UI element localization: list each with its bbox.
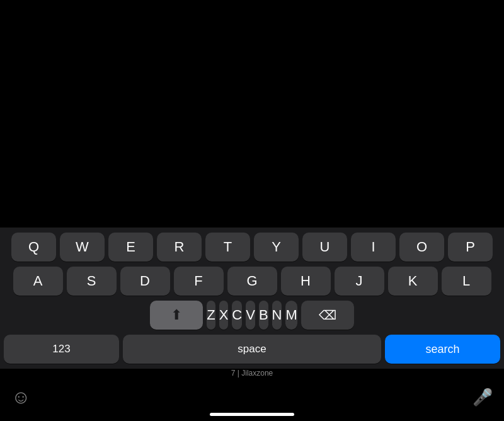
shift-key[interactable]: ⬆ [150,301,203,330]
key-y[interactable]: Y [254,233,299,262]
key-w[interactable]: W [60,233,105,262]
home-indicator [210,413,294,416]
keyboard-bottom-row: 123 space search [2,335,502,364]
microphone-icon[interactable]: 🎤 [472,388,493,407]
key-q[interactable]: Q [11,233,56,262]
key-n[interactable]: N [272,301,282,330]
key-s[interactable]: S [67,267,117,296]
key-p[interactable]: P [448,233,493,262]
key-g[interactable]: G [227,267,277,296]
keyboard-row-1: Q W E R T Y U I O P [2,233,502,262]
keyboard-row-2: A S D F G H J K L [2,267,502,296]
key-b[interactable]: B [259,301,268,330]
emoji-mic-bar: ☺ 🎤 [0,380,504,413]
key-c[interactable]: C [232,301,242,330]
key-k[interactable]: K [388,267,438,296]
key-l[interactable]: L [442,267,491,296]
key-t[interactable]: T [205,233,250,262]
key-m[interactable]: M [285,301,297,330]
shift-icon: ⬆ [171,307,182,323]
space-key[interactable]: space [123,335,381,364]
emoji-icon[interactable]: ☺ [11,386,31,408]
key-o[interactable]: O [399,233,444,262]
keyboard: Q W E R T Y U I O P A S D F G H J K L ⬆ … [0,228,504,369]
key-u[interactable]: U [302,233,347,262]
key-j[interactable]: J [335,267,384,296]
keyboard-row-3: ⬆ Z X C V B N M ⌫ [2,301,502,330]
key-h[interactable]: H [281,267,331,296]
key-d[interactable]: D [120,267,170,296]
key-z[interactable]: Z [207,301,215,330]
numbers-key[interactable]: 123 [4,335,119,364]
key-v[interactable]: V [246,301,255,330]
key-r[interactable]: R [157,233,202,262]
watermark: 7 | Jilaxzone [231,369,273,378]
backspace-icon: ⌫ [319,308,336,323]
key-f[interactable]: F [174,267,224,296]
key-x[interactable]: X [219,301,229,330]
key-a[interactable]: A [13,267,63,296]
backspace-key[interactable]: ⌫ [301,301,354,330]
search-key[interactable]: search [385,335,500,364]
key-i[interactable]: I [351,233,396,262]
key-e[interactable]: E [108,233,153,262]
